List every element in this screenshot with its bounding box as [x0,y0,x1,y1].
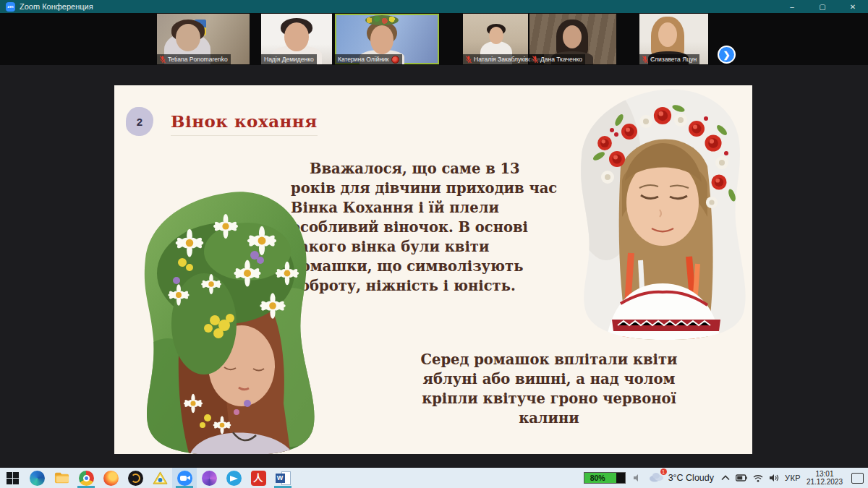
aimp-icon [128,471,143,486]
taskbar-app-clipchamp[interactable] [197,468,221,488]
slide-title: Вінок кохання [171,111,318,136]
taskbar-app-chrome[interactable] [74,468,98,488]
person-silhouette [370,25,393,54]
window-controls: – ▢ ✕ [777,0,868,13]
taskbar-app-daemon-tools[interactable] [148,468,172,488]
window-title: Zoom Конференция [20,2,93,11]
daemon-tools-icon [153,471,168,486]
participant-video-tile[interactable]: Наталія Закаблуківська [463,14,528,64]
action-center-icon[interactable] [851,473,864,484]
firefox-icon [103,471,119,486]
taskbar-app-edge[interactable] [25,468,49,488]
windows-taskbar: 人 W 80% 1 3°C Cloudy [0,468,868,488]
participant-video-tile[interactable]: Надія Демиденко [261,14,332,64]
participant-name: Дана Ткаченко [540,55,582,64]
person-silhouette [489,27,503,44]
person-silhouette [658,22,677,47]
file-explorer-icon [54,471,69,486]
zoom-icon [177,471,192,486]
volume-icon[interactable] [769,474,779,482]
close-button[interactable]: ✕ [838,0,868,13]
shared-screen-area: 2 Вінок кохання Вважалося, що саме в 13 … [0,65,868,468]
muted-mic-icon [160,56,166,64]
maximize-button[interactable]: ▢ [807,0,838,13]
participant-name-tag: Дана Ткаченко [529,54,585,64]
participant-video-tile[interactable]: Дана Ткаченко [529,14,616,64]
participant-video-tile[interactable]: Єлизавета Яцун [639,14,708,64]
taskbar-app-acrobat[interactable]: 人 [246,468,271,488]
weather-widget[interactable]: 1 3°C Cloudy [649,471,714,484]
participant-strip: Tetiana Ponomarenko Надія Демиденко Кате… [0,13,868,65]
window-titlebar: zm Zoom Конференция – ▢ ✕ [0,0,868,13]
clock-time: 13:01 [807,470,843,478]
participant-video-tile[interactable]: Катерина Олійник [335,14,439,64]
battery-percent-label: 80% [584,474,605,482]
chrome-icon [79,471,94,486]
wifi-icon[interactable] [753,474,763,482]
muted-mic-icon [642,56,648,64]
taskbar-app-telegram[interactable] [221,468,246,488]
edge-icon [30,471,45,486]
windows-start-icon [7,472,19,484]
muted-mic-icon [532,56,538,64]
telegram-icon [226,471,242,486]
clock-date: 21.12.2023 [807,478,843,486]
weather-alert-badge: 1 [660,468,667,475]
photo-girl-rose-wreath [577,87,751,340]
taskbar-app-zoom[interactable] [172,468,197,488]
participant-name: Tetiana Ponomarenko [168,55,228,64]
taskbar-app-aimp[interactable] [123,468,148,488]
taskbar-app-firefox[interactable] [98,468,123,488]
taskbar-tray: 80% 1 3°C Cloudy [584,470,868,486]
flower-wreath [365,15,399,25]
participant-name: Катерина Олійник [338,55,389,64]
participant-name: Надія Демиденко [264,55,314,64]
weather-text[interactable]: 3°C Cloudy [668,473,714,483]
mute-speaker-icon[interactable] [633,474,642,482]
clipchamp-icon [202,471,217,486]
system-tray-icons: УКР 13:01 21.12.2023 [721,470,864,486]
battery-widget[interactable]: 80% [584,472,626,484]
taskbar-app-file-explorer[interactable] [49,468,74,488]
photo-girl-daisy-wreath [139,187,324,454]
acrobat-icon: 人 [251,471,266,486]
person-silhouette [284,22,309,51]
muted-mic-icon [466,56,472,64]
participant-name: Єлизавета Яцун [650,55,697,64]
participant-name-tag: Tetiana Ponomarenko [157,54,231,64]
participant-name-tag: Єлизавета Яцун [639,54,699,64]
slide-paragraph-2: Серед ромашок вплітали квіти яблуні або … [395,350,703,428]
minimize-button[interactable]: – [777,0,807,13]
slide-paragraph-1: Вважалося, що саме в 13 років для дівчин… [291,159,569,296]
clock[interactable]: 13:01 21.12.2023 [807,470,843,486]
rose-reaction-icon [391,56,399,64]
person-silhouette [176,24,200,51]
zoom-app-icon: zm [6,2,15,12]
battery-tray-icon[interactable] [736,474,747,481]
person-silhouette [563,25,582,48]
participant-name-tag: Катерина Олійник [335,54,402,64]
participant-name-tag: Надія Демиденко [261,54,317,64]
presentation-slide: 2 Вінок кохання Вважалося, що саме в 13 … [114,85,752,454]
slide-number-badge: 2 [126,107,153,136]
word-icon: W [276,471,291,486]
start-button[interactable] [0,468,25,488]
participant-video-tile[interactable]: Tetiana Ponomarenko [157,14,250,64]
next-participants-button[interactable]: ❯ [718,46,736,64]
cloud-icon: 1 [649,471,665,484]
taskbar-apps: 人 W [0,468,295,488]
language-indicator[interactable]: УКР [785,474,801,482]
taskbar-app-word[interactable]: W [271,468,295,488]
tray-expand-chevron-icon[interactable] [721,475,730,481]
